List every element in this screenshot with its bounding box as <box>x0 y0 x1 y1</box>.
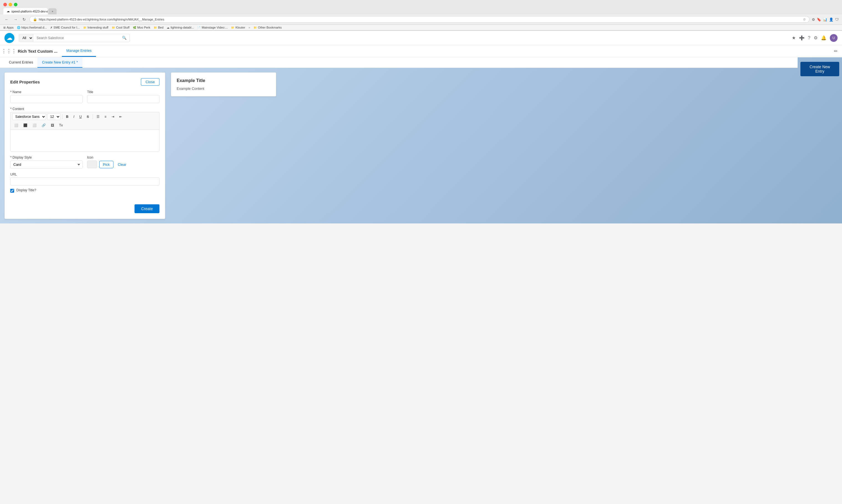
close-window-btn[interactable] <box>3 3 7 6</box>
edit-nav-icon[interactable]: ✏ <box>834 49 838 54</box>
folder-interesting-icon: 📁 <box>83 26 87 29</box>
content-label: * Content <box>10 107 160 111</box>
rte-ordered-list-btn[interactable]: ≡ <box>103 114 108 120</box>
back-button[interactable]: ← <box>3 17 10 22</box>
salesforce-cloud-icon: ☁ <box>7 35 12 41</box>
rte-indent-btn[interactable]: ⇥ <box>110 114 116 120</box>
minimize-window-btn[interactable] <box>8 3 12 6</box>
rte-align-center-btn[interactable]: ⬛ <box>21 122 30 128</box>
rte-outdent-btn[interactable]: ⇤ <box>117 114 124 120</box>
browser-nav: ← → ↻ 🔒 https://speed-platform-4523-dev-… <box>0 14 842 25</box>
new-tab-label: + <box>52 10 53 13</box>
title-input[interactable] <box>87 95 160 103</box>
display-style-field: * Display Style Card List Tile <box>10 156 83 168</box>
rte-italic-btn[interactable]: I <box>72 114 76 120</box>
search-scope-select[interactable]: All <box>19 34 33 42</box>
salesforce-logo[interactable]: ☁ <box>4 33 14 43</box>
folder-coolstuff-icon: 📁 <box>112 26 115 29</box>
rte-align-right-btn[interactable]: ⬜ <box>31 122 38 128</box>
more-bookmarks-indicator: » <box>249 26 250 29</box>
tab-label: speed-platform-4523-dev-ed... <box>11 10 48 13</box>
form-card-title: Edit Properties <box>10 79 40 84</box>
bookmark-coolstuff[interactable]: 📁 Cool Stuff <box>112 26 129 29</box>
extension-icon-2[interactable]: 🔖 <box>817 17 821 22</box>
bookmark-bed[interactable]: 📁 Bed <box>154 26 164 29</box>
main-content-area: Current Entries Create New Entry #1 * Ed… <box>0 57 842 223</box>
tab-current-entries[interactable]: Current Entries <box>4 57 37 68</box>
rte-font-select[interactable]: Salesforce Sans <box>12 113 46 120</box>
rte-underline-btn[interactable]: U <box>77 114 84 120</box>
browser-tabs: ☁ speed-platform-4523-dev-ed... ✕ + <box>0 8 842 14</box>
rte-size-select[interactable]: 12 <box>47 113 60 120</box>
bookmark-lightning[interactable]: ☁ lightning-databl... <box>167 26 194 29</box>
rte-content-area[interactable] <box>10 129 160 152</box>
bookmark-sme-label: SME Council for I... <box>54 26 80 29</box>
bookmark-interesting-label: Interesting stuff <box>88 26 108 29</box>
rte-toolbar-row2: ⬜ ⬛ ⬜ 🔗 🖼 Tx <box>10 121 160 129</box>
rte-unordered-list-btn[interactable]: ☰ <box>94 114 102 120</box>
bookmark-klouter[interactable]: 📁 Klouter <box>231 26 245 29</box>
maximize-window-btn[interactable] <box>14 3 17 6</box>
favorites-icon[interactable]: ★ <box>792 35 796 40</box>
setup-icon[interactable]: ⚙ <box>814 35 818 40</box>
other-bookmarks-icon: 📁 <box>253 26 257 29</box>
search-icon-button[interactable]: 🔍 <box>119 34 129 41</box>
preview-example-content: Example Content <box>177 87 270 91</box>
user-avatar[interactable]: U <box>830 34 838 42</box>
icon-field-container: Icon Pick Clear <box>87 156 160 168</box>
bookmark-interesting[interactable]: 📁 Interesting stuff <box>83 26 108 29</box>
bookmark-sme[interactable]: ✗ SME Council for I... <box>50 26 80 29</box>
create-new-entry-button[interactable]: Create New Entry <box>801 62 839 76</box>
klouter-icon: 📁 <box>231 26 234 29</box>
url-label: URL <box>10 173 160 176</box>
bookmark-mainstage[interactable]: 📄 Mainstage Video:... <box>197 26 228 29</box>
tab-create-new-entry[interactable]: Create New Entry #1 * <box>37 57 82 68</box>
url-bar[interactable]: 🔒 https://speed-platform-4523-dev-ed.lig… <box>30 16 809 23</box>
display-style-select-wrapper: Card List Tile <box>10 161 83 168</box>
bookmark-other[interactable]: 📁 Other Bookmarks <box>253 26 282 29</box>
mainstage-icon: 📄 <box>197 26 200 29</box>
rte-link-btn[interactable]: 🔗 <box>40 122 48 128</box>
global-search-bar[interactable]: All 🔍 <box>19 34 130 42</box>
sme-icon: ✗ <box>50 26 52 29</box>
close-button[interactable]: Close <box>141 78 160 86</box>
forward-button[interactable]: → <box>12 17 19 22</box>
apps-icon: ⊞ <box>3 26 5 29</box>
rte-strikethrough-btn[interactable]: S <box>85 114 91 120</box>
extension-icon-4[interactable]: 👤 <box>829 17 834 22</box>
app-launcher-icon[interactable]: ⋮⋮⋮ <box>4 47 13 55</box>
display-title-checkbox[interactable] <box>10 189 14 193</box>
bookmark-webmail[interactable]: 🌐 https://webmail.d... <box>17 26 47 29</box>
active-tab[interactable]: ☁ speed-platform-4523-dev-ed... ✕ <box>3 8 48 14</box>
extension-icon-1[interactable]: ⚙ <box>812 17 815 22</box>
rte-image-btn[interactable]: 🖼 <box>49 122 56 128</box>
notifications-icon[interactable]: 🔔 <box>821 35 826 40</box>
name-input[interactable] <box>10 95 83 103</box>
rte-bold-btn[interactable]: B <box>64 114 70 120</box>
create-button[interactable]: Create <box>135 204 160 213</box>
rte-toolbar-row1: Salesforce Sans 12 B I U S ☰ <box>10 112 160 121</box>
url-input[interactable] <box>10 177 160 185</box>
nav-tab-manage-entries[interactable]: Manage Entries <box>62 45 96 57</box>
extension-icon-3[interactable]: 📊 <box>823 17 827 22</box>
pick-icon-button[interactable]: Pick <box>99 161 113 168</box>
display-style-select[interactable]: Card List Tile <box>10 161 83 168</box>
bookmark-klouter-label: Klouter <box>235 26 245 29</box>
new-tab[interactable]: + <box>48 8 57 14</box>
rte-clear-format-btn[interactable]: Tx <box>57 122 65 128</box>
refresh-button[interactable]: ↻ <box>21 17 27 22</box>
rte-align-left-btn[interactable]: ⬜ <box>12 122 20 128</box>
add-icon[interactable]: ➕ <box>799 35 805 40</box>
star-icon[interactable]: ☆ <box>803 17 806 21</box>
bookmark-webmail-label: https://webmail.d... <box>21 26 47 29</box>
bookmark-apps[interactable]: ⊞ Apps <box>3 26 14 29</box>
bookmark-mooperk[interactable]: 🌿 Moo Perk <box>133 26 150 29</box>
clear-icon-button[interactable]: Clear <box>115 161 129 168</box>
global-search-input[interactable] <box>33 34 119 41</box>
bookmark-apps-label: Apps <box>7 26 14 29</box>
form-area: Edit Properties Close * Name Title <box>0 68 798 223</box>
form-card-header: Edit Properties Close <box>10 78 160 86</box>
help-icon[interactable]: ? <box>808 35 810 40</box>
extension-icon-5[interactable]: 🛡 <box>835 17 839 22</box>
nav-tab-manage-entries-label: Manage Entries <box>66 49 91 53</box>
